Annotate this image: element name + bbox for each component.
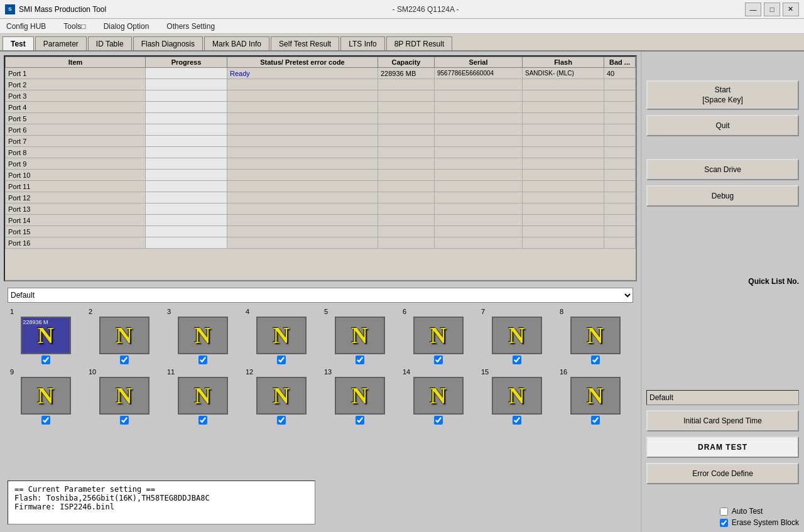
port-status: [227, 226, 378, 237]
port-serial: 9567786E56660004: [435, 68, 523, 79]
drive-icon[interactable]: N: [21, 377, 71, 415]
port-status: [227, 237, 378, 249]
port-serial: [435, 124, 523, 136]
drive-checkbox[interactable]: [513, 416, 521, 425]
col-capacity: Capacity: [378, 57, 435, 68]
table-row: Port 12: [6, 192, 636, 204]
maximize-button[interactable]: □: [764, 3, 780, 16]
port-capacity: [378, 147, 435, 158]
drive-n-label: N: [352, 322, 368, 349]
tab-self-test-result[interactable]: Self Test Result: [271, 36, 339, 50]
dram-test-button[interactable]: DRAM TEST: [646, 437, 799, 458]
col-status: Status/ Pretest error code: [227, 57, 378, 68]
drive-icon[interactable]: N: [256, 377, 307, 415]
auto-test-checkbox[interactable]: [720, 508, 728, 516]
menu-config-hub[interactable]: Config HUB: [3, 21, 50, 32]
tab-id-table[interactable]: ID Table: [88, 36, 132, 50]
port-item: Port 2: [6, 79, 146, 90]
initial-card-button[interactable]: Initial Card Spend Time: [646, 410, 799, 432]
drive-icon[interactable]: N: [413, 317, 464, 354]
quit-button[interactable]: Quit: [646, 115, 799, 136]
drive-number: 16: [560, 368, 567, 376]
tab-8p-rdt-result[interactable]: 8P RDT Result: [386, 36, 453, 50]
tab-lts-info[interactable]: LTS Info: [340, 36, 384, 50]
port-bad: [604, 79, 636, 90]
table-container: Item Progress Status/ Pretest error code…: [4, 55, 637, 281]
tab-flash-diagnosis[interactable]: Flash Diagnosis: [133, 36, 203, 50]
drive-checkbox[interactable]: [356, 356, 364, 364]
drive-icon[interactable]: N: [570, 317, 621, 354]
drive-checkbox[interactable]: [277, 416, 286, 425]
drive-slot: 3N: [165, 308, 241, 364]
drive-icon[interactable]: N: [413, 377, 464, 415]
erase-system-checkbox[interactable]: [720, 519, 728, 527]
drive-checkbox[interactable]: [41, 356, 50, 364]
table-row: Port 11: [6, 181, 636, 192]
port-bad: [604, 158, 636, 170]
menu-tools[interactable]: Tools□: [60, 21, 89, 32]
drive-checkbox[interactable]: [356, 416, 364, 425]
right-panel: Start[Space Key] Quit Scan Drive Debug Q…: [641, 52, 804, 532]
drive-n-label: N: [116, 322, 133, 349]
table-row: Port 1Ready228936 MB9567786E56660004SAND…: [6, 68, 636, 79]
port-item: Port 6: [6, 124, 146, 136]
col-item: Item: [6, 57, 146, 68]
port-flash: [523, 170, 604, 181]
default-info: Default: [646, 390, 799, 405]
drive-icon[interactable]: N: [570, 377, 621, 415]
drive-number: 9: [10, 368, 14, 376]
drive-checkbox[interactable]: [198, 416, 207, 425]
drive-icon[interactable]: 228936 MN: [21, 317, 71, 354]
table-row: Port 2: [6, 79, 636, 90]
drive-checkbox[interactable]: [41, 416, 50, 425]
drive-icon[interactable]: N: [99, 377, 149, 415]
quicklist-select[interactable]: Default: [8, 288, 633, 303]
drive-icon[interactable]: N: [492, 317, 542, 354]
drive-slot: 7N: [479, 308, 555, 364]
drive-icon[interactable]: N: [256, 317, 307, 354]
drive-icon[interactable]: N: [335, 377, 385, 415]
drive-checkbox[interactable]: [198, 356, 207, 364]
tab-parameter[interactable]: Parameter: [35, 36, 87, 50]
error-code-define-button[interactable]: Error Code Define: [646, 463, 799, 484]
port-flash: [523, 79, 604, 90]
start-button[interactable]: Start[Space Key]: [646, 80, 799, 110]
tab-test[interactable]: Test: [3, 36, 34, 50]
port-flash: [523, 237, 604, 249]
port-serial: [435, 90, 523, 102]
port-flash: [523, 192, 604, 204]
port-progress: [146, 68, 227, 79]
drive-checkbox[interactable]: [591, 356, 600, 364]
drive-n-label: N: [430, 322, 447, 349]
drive-checkbox[interactable]: [120, 416, 129, 425]
drive-icon[interactable]: N: [99, 317, 149, 354]
menu-others-setting[interactable]: Others Setting: [163, 21, 219, 32]
port-progress: [146, 147, 227, 158]
drive-checkbox[interactable]: [434, 356, 443, 364]
drive-checkbox[interactable]: [591, 416, 600, 425]
port-capacity: [378, 79, 435, 90]
debug-button[interactable]: Debug: [646, 185, 799, 207]
drive-checkbox[interactable]: [120, 356, 129, 364]
drive-slot: 4N: [243, 308, 319, 364]
drive-icon[interactable]: N: [178, 377, 228, 415]
port-bad: [604, 147, 636, 158]
menu-dialog-option[interactable]: Dialog Option: [100, 21, 153, 32]
auto-test-row: Auto Test: [720, 507, 799, 516]
close-button[interactable]: ✕: [783, 3, 799, 16]
minimize-button[interactable]: —: [745, 3, 761, 16]
drive-n-label: N: [273, 322, 290, 349]
drive-icon[interactable]: N: [492, 377, 542, 415]
auto-test-label: Auto Test: [732, 507, 763, 516]
drive-icon[interactable]: N: [178, 317, 228, 354]
port-item: Port 13: [6, 204, 146, 215]
drive-checkbox[interactable]: [277, 356, 286, 364]
scan-drive-button[interactable]: Scan Drive: [646, 159, 799, 180]
drive-number: 1: [10, 308, 14, 315]
tab-mark-bad-info[interactable]: Mark BAD Info: [204, 36, 269, 50]
drive-icon[interactable]: N: [335, 317, 385, 354]
drive-checkbox[interactable]: [513, 356, 521, 364]
drive-checkbox[interactable]: [434, 416, 443, 425]
port-bad: [604, 102, 636, 113]
drive-slot: 1228936 MN: [8, 308, 84, 364]
